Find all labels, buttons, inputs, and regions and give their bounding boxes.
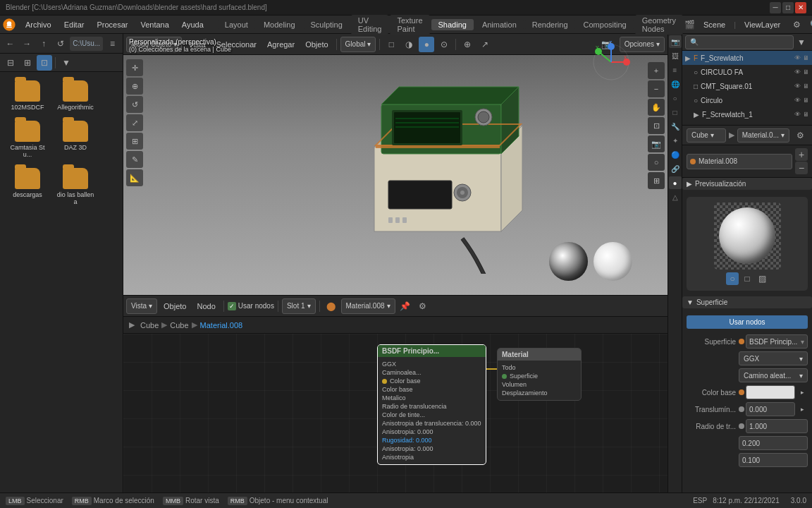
- tab-uv-editing[interactable]: UV Editing: [351, 15, 389, 35]
- scale-tool[interactable]: ⤢: [126, 114, 143, 131]
- radio-value2[interactable]: 0.200: [739, 436, 808, 450]
- wireframe-shading-btn[interactable]: □: [383, 37, 399, 52]
- folder-dio[interactable]: dio las ballena: [54, 165, 97, 208]
- folder-allegorithmic[interactable]: Allegorithmic: [54, 78, 97, 114]
- material-props-icon[interactable]: ●: [669, 176, 682, 189]
- folder-camtasia[interactable]: Camtasia Stu...: [6, 118, 49, 161]
- settings-icon-btn[interactable]: ⚙: [789, 17, 804, 32]
- outliner-item-cmt[interactable]: □ CMT_Square.01 👁 🖥: [691, 79, 812, 93]
- material-shading-btn[interactable]: ●: [419, 37, 434, 52]
- rendered-shading-btn[interactable]: ⊙: [436, 37, 452, 52]
- menu-ayuda[interactable]: Ayuda: [176, 19, 209, 30]
- colorbase-value[interactable]: [746, 385, 795, 399]
- slot-dropdown[interactable]: Slot 1 ▾: [282, 298, 316, 314]
- viewport-3d[interactable]: Modo Objeto ▾ Vista Seleccionar Agregar …: [123, 34, 668, 295]
- folder-descargas[interactable]: descargas: [6, 165, 49, 208]
- outliner-search[interactable]: 🔍: [685, 35, 794, 49]
- material-dropdown[interactable]: Material.008 ▾: [341, 298, 395, 314]
- ggx-dropdown[interactable]: GGX ▾: [739, 351, 808, 365]
- radio-value1[interactable]: 1.000: [746, 419, 808, 433]
- view-list-btn[interactable]: ⊟: [3, 55, 18, 71]
- output-props-icon[interactable]: 🖼: [669, 49, 682, 62]
- preview-section-header[interactable]: ▶ Previsualización: [682, 178, 812, 190]
- radio-value3[interactable]: 0.100: [739, 453, 808, 467]
- zoom-out-btn[interactable]: −: [648, 80, 665, 97]
- tab-compositing[interactable]: Compositing: [577, 19, 634, 30]
- translum-options[interactable]: ▸: [796, 404, 808, 415]
- colorbase-options[interactable]: ▸: [796, 387, 808, 398]
- node-bsdf[interactable]: BSDF Principio... GGX Caminoalea... Colo…: [377, 344, 486, 465]
- close-button[interactable]: ✕: [795, 2, 806, 13]
- annotate-tool[interactable]: ✎: [126, 151, 143, 168]
- object-selector[interactable]: Cube ▾: [687, 128, 726, 143]
- zoom-in-btn[interactable]: +: [648, 62, 665, 79]
- node-nodo-menu[interactable]: Nodo: [192, 301, 219, 312]
- nav-up-button[interactable]: ↑: [37, 36, 51, 52]
- navigation-gizmo[interactable]: X Y Z: [590, 41, 632, 83]
- menu-ventana[interactable]: Ventana: [135, 19, 174, 30]
- object-props-icon[interactable]: □: [669, 106, 682, 119]
- material-name-selector[interactable]: Material.0... ▾: [737, 128, 789, 143]
- surface-bsdf-value[interactable]: BSDF Princip... ▾: [746, 334, 808, 349]
- modifier-props-icon[interactable]: 🔧: [669, 120, 682, 133]
- solid-shading-btn[interactable]: ◑: [401, 37, 417, 52]
- local-view-btn[interactable]: ○: [648, 154, 665, 171]
- nav-back-button[interactable]: ←: [3, 36, 18, 52]
- grid-btn[interactable]: ⊞: [648, 172, 665, 189]
- menu-archivo[interactable]: Archivo: [20, 19, 57, 30]
- use-nodes-button[interactable]: Usar nodos: [687, 315, 808, 329]
- tab-layout[interactable]: Layout: [218, 19, 255, 30]
- properties-options-btn[interactable]: ⚙: [792, 128, 808, 143]
- view-icon-btn[interactable]: ⊡: [37, 55, 52, 71]
- reload-button[interactable]: ↺: [53, 36, 68, 52]
- scene-props-icon[interactable]: 🌐: [669, 78, 682, 90]
- node-canvas[interactable]: BSDF Principio... GGX Caminoalea... Colo…: [123, 334, 668, 492]
- surface-section-header[interactable]: ▼ Superficie: [682, 296, 812, 308]
- path-input[interactable]: C:\Usu...: [70, 37, 103, 51]
- node-pin-btn[interactable]: 📌: [398, 298, 413, 314]
- node-settings-btn[interactable]: ⚙: [415, 298, 431, 314]
- move-tool[interactable]: ⊕: [126, 78, 143, 95]
- minimize-button[interactable]: ─: [770, 2, 781, 13]
- use-nodes-checkbox[interactable]: ✓: [228, 302, 236, 310]
- rotate-tool[interactable]: ↺: [126, 96, 143, 113]
- data-props-icon[interactable]: △: [669, 190, 682, 203]
- overlay-options-btn[interactable]: ⊕: [460, 37, 475, 52]
- constraints-props-icon[interactable]: 🔗: [669, 162, 682, 175]
- search-icon-btn[interactable]: 🔍: [807, 17, 812, 32]
- path-dropdown[interactable]: Camino aleat... ▾: [739, 368, 808, 382]
- folder-daz3d[interactable]: DAZ 3D: [54, 118, 97, 161]
- tab-shading[interactable]: Shading: [431, 19, 474, 30]
- viewport-object-menu[interactable]: Objeto: [301, 39, 332, 50]
- outliner-item-fscrewlatch[interactable]: ▶ F F_Screwlatch 👁 🖥: [682, 51, 812, 65]
- outliner-item-circulo[interactable]: ○ CIRCULO FA 👁 🖥: [691, 65, 812, 79]
- measure-tool[interactable]: 📐: [126, 169, 143, 186]
- tab-rendering[interactable]: Rendering: [525, 19, 575, 30]
- view-layer-props-icon[interactable]: ≡: [669, 64, 682, 76]
- transform-tool[interactable]: ⊞: [126, 133, 143, 150]
- gizmo-options-btn[interactable]: ↗: [477, 37, 493, 52]
- node-object-menu[interactable]: Objeto: [159, 301, 190, 312]
- filter-icon-btn[interactable]: ≡: [105, 36, 120, 52]
- material-slot-display[interactable]: Material.008: [687, 154, 792, 169]
- view-grid-btn[interactable]: ⊞: [20, 55, 35, 71]
- material-add-btn[interactable]: +: [795, 148, 808, 161]
- outliner-item-fscrewlatch1[interactable]: ▶ F_Screwlatch_1 👁 🖥: [691, 107, 812, 121]
- breadcrumb-item-material[interactable]: Material.008: [200, 321, 243, 329]
- node-material-output[interactable]: Material Todo Superficie Volumen: [497, 348, 582, 401]
- window-controls[interactable]: ─ □ ✕: [770, 2, 806, 13]
- tab-texture-paint[interactable]: Texture Paint: [390, 15, 429, 35]
- outliner-filter-btn[interactable]: ▼: [794, 35, 809, 50]
- camera-view-btn[interactable]: 📷: [648, 135, 665, 152]
- viewport-add-menu[interactable]: Agregar: [263, 39, 299, 50]
- blender-logo[interactable]: [3, 17, 16, 32]
- tab-animation[interactable]: Animation: [475, 19, 524, 30]
- translum-value[interactable]: 0.000: [746, 402, 795, 416]
- tab-sculpting[interactable]: Sculpting: [304, 19, 350, 30]
- preview-sphere-btn[interactable]: ○: [726, 272, 739, 285]
- cursor-tool[interactable]: ✛: [126, 59, 143, 76]
- menu-editar[interactable]: Editar: [59, 19, 90, 30]
- preview-cube-btn[interactable]: □: [741, 272, 753, 285]
- node-view-menu[interactable]: Vista ▾: [126, 298, 157, 314]
- breadcrumb-item-cube2[interactable]: Cube: [170, 321, 188, 329]
